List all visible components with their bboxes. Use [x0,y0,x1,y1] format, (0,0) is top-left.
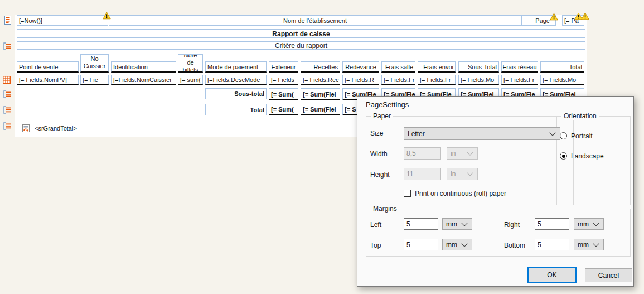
margin-left-field[interactable] [404,218,438,230]
margin-bottom-label: Bottom [504,242,525,249]
column-header-12[interactable]: Frais réseau [501,61,538,73]
dialog-title: PageSettings [366,100,409,109]
page-header-band-icon[interactable] [4,16,12,25]
ok-button[interactable]: OK [527,267,577,283]
paper-height-field [404,168,441,180]
margin-top-label: Top [370,242,381,249]
detail-cell-6[interactable]: [= Fields [269,75,298,85]
chevron-down-icon [461,220,467,226]
chevron-down-icon [467,170,473,176]
column-header-2[interactable]: No Caissier [80,54,109,73]
detail-cell-1[interactable]: [= Fields.NomPV] [17,75,79,85]
column-header-4[interactable]: Nbre de billets [178,54,203,73]
paper-height-unit-select: in [447,168,478,180]
portrait-label: Portrait [571,132,593,140]
paper-size-select[interactable]: Letter [404,127,560,140]
total-cell-7[interactable]: [= Sum(Fiel [301,104,340,115]
detail-cell-11[interactable]: [= Fields.Mo [458,75,499,85]
chevron-down-icon [549,129,555,136]
detail-cell-10[interactable]: [= Fields.Fr [418,75,456,85]
margin-bottom-unit-select[interactable]: mm [574,239,604,250]
margin-left-unit-value: mm [446,220,457,228]
margin-left-unit-select[interactable]: mm [442,218,472,230]
landscape-label: Landscape [571,152,604,160]
warning-icon [103,12,111,20]
orientation-group-label: Orientation [561,112,599,120]
detail-cell-3[interactable]: [=Fields.NomCaissier [111,75,176,85]
column-header-10[interactable]: Frais envoi [418,61,456,73]
detail-cell-9[interactable]: [= Fields.Fr [381,75,415,85]
column-header-5[interactable]: Mode de paiement [205,61,267,73]
margin-bottom-unit-value: mm [578,241,589,249]
detail-band-icon[interactable] [3,76,11,84]
margin-top-field[interactable] [404,239,438,250]
column-header-9[interactable]: Frais salle [381,61,415,73]
portrait-radio[interactable] [560,132,567,139]
margin-top-unit-select[interactable]: mm [442,239,472,250]
height-label: Height [370,171,390,179]
pagesettings-dialog: PageSettings Paper Orientation Margins S… [357,96,634,287]
column-header-13[interactable]: Total [540,61,584,73]
detail-cell-2[interactable]: [= Fie [80,75,109,85]
report-footer-band-icon[interactable] [3,122,12,130]
chevron-down-icon [593,240,599,247]
orientation-group: Orientation [556,116,631,205]
margin-right-field[interactable] [535,218,569,230]
total-label[interactable]: Total [205,104,267,115]
detail-cell-12[interactable]: [= Fields.Fr [501,75,538,85]
subtotal-cell-7[interactable]: [= Sum(Fiel [301,88,340,100]
subreport-icon [22,124,31,133]
band-separator [41,137,297,137]
margin-right-unit-value: mm [578,220,589,228]
column-header-7[interactable]: Recettes [301,61,340,73]
column-header-6[interactable]: Exterieur [269,61,298,73]
subtotal-cell-6[interactable]: [= Sum( [269,88,298,100]
group-header-band-icon[interactable] [3,42,12,50]
margin-bottom-field[interactable] [535,239,569,250]
paper-width-field [404,147,441,160]
column-header-8[interactable]: Redevance [342,61,379,73]
grand-total-expression: <srGrandTotal> [35,125,77,132]
column-header-3[interactable]: Identification [111,61,176,73]
detail-cell-8[interactable]: [= Fields.R [342,75,379,85]
report-criteria-textbox[interactable]: Critère du rapport [17,42,585,50]
detail-cell-5[interactable]: [=Fields.DescMode [205,75,267,85]
paper-width-unit-select: in [447,147,478,160]
margin-right-label: Right [504,221,520,229]
now-expression-textbox[interactable]: [=Now()] [17,15,108,26]
margin-right-unit-select[interactable]: mm [574,218,604,230]
size-label: Size [370,129,383,137]
paper-width-unit-value: in [451,150,456,157]
roll-paper-label: Print on continuous (roll) paper [415,190,506,197]
landscape-radio[interactable] [560,152,567,160]
paper-height-unit-value: in [451,170,456,178]
column-header-1[interactable]: Point de vente [17,61,79,73]
paper-group-label: Paper [371,112,393,120]
group-footer-band-icon[interactable] [3,106,12,114]
chevron-down-icon [467,149,473,155]
report-designer: [=Now()] Nom de l'établissement Page [= … [0,0,644,294]
establishment-textbox[interactable]: Nom de l'établissement [109,15,521,26]
margin-top-unit-value: mm [446,241,457,249]
report-title-textbox[interactable]: Rapport de caisse [17,30,585,38]
roll-paper-checkbox[interactable] [404,190,411,197]
warning-icon [550,13,558,21]
margins-group-label: Margins [371,205,399,213]
detail-cell-13[interactable]: [= Fields.Mo [540,75,584,85]
cancel-button[interactable]: Cancel [585,268,632,282]
column-header-11[interactable]: Sous-Total [458,61,499,73]
detail-cell-4[interactable]: [= sum( [178,75,203,85]
paper-size-value: Letter [408,130,425,138]
width-label: Width [370,150,388,158]
subtotal-label[interactable]: Sous-total [205,88,267,99]
warning-icon [581,12,589,20]
group-footer-band-icon[interactable] [3,90,12,98]
detail-cell-7[interactable]: [= Fields.Rec [301,75,340,85]
margin-left-label: Left [370,221,381,229]
total-cell-6[interactable]: [= Sum( [269,104,298,115]
chevron-down-icon [593,220,599,226]
chevron-down-icon [461,240,467,247]
